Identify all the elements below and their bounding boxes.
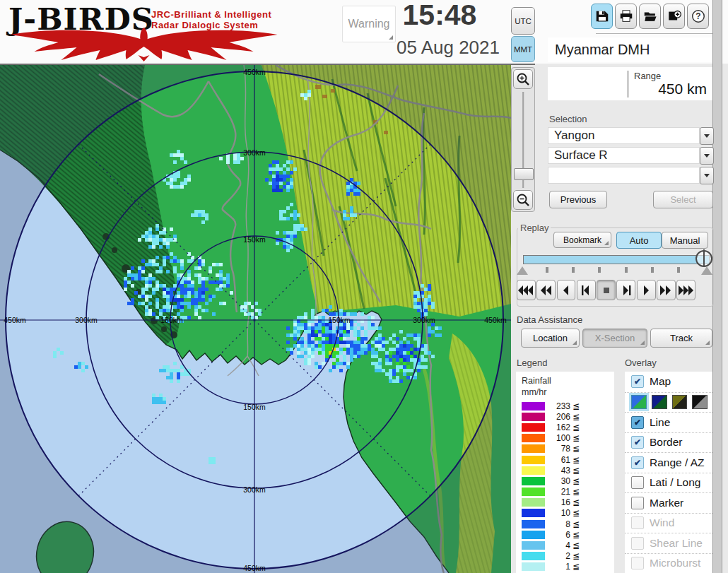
legend-row: 30≦ bbox=[516, 475, 614, 486]
range-ring-label: 450km bbox=[243, 564, 266, 572]
checkbox-icon[interactable]: ✔ bbox=[631, 436, 644, 449]
checkbox-icon[interactable] bbox=[631, 537, 644, 550]
legend-value: 100 bbox=[545, 433, 570, 443]
legend-row: 162≦ bbox=[516, 422, 614, 432]
slider-tick bbox=[625, 267, 628, 273]
legend-value: 206 bbox=[545, 412, 570, 422]
replay-slider-track[interactable] bbox=[523, 255, 710, 264]
legend-value: 16 bbox=[545, 497, 570, 507]
fast-forward-triple-icon[interactable] bbox=[676, 280, 695, 300]
skip-to-end-icon[interactable] bbox=[616, 280, 635, 300]
track-button[interactable]: Track bbox=[650, 329, 712, 348]
range-divider bbox=[628, 71, 628, 98]
legend-leq-symbol: ≦ bbox=[573, 476, 580, 486]
legend-value: 4 bbox=[545, 540, 570, 550]
fast-rewind-icon[interactable] bbox=[536, 280, 556, 300]
save-icon[interactable] bbox=[591, 4, 613, 29]
fast-rewind-triple-icon[interactable] bbox=[517, 280, 536, 300]
location-button[interactable]: Location bbox=[521, 329, 580, 348]
j-birds-app: J-BIRDS JRC-Brilliant & Intelligent Rada… bbox=[0, 0, 728, 573]
overlay-item-shear-line[interactable]: Shear Line bbox=[625, 533, 712, 553]
site-select[interactable]: Yangon bbox=[548, 127, 700, 144]
skip-to-start-icon[interactable] bbox=[577, 280, 596, 300]
replay-slider-start-marker[interactable] bbox=[517, 266, 528, 275]
extra-select-arrow-icon[interactable] bbox=[700, 167, 714, 184]
previous-button[interactable]: Previous bbox=[549, 191, 607, 208]
open-file-icon[interactable] bbox=[639, 4, 661, 29]
radar-map[interactable]: 450km300km150km150km300km450km450km300km… bbox=[0, 65, 511, 573]
range-ring-label: 300km bbox=[413, 316, 435, 324]
fast-forward-icon[interactable] bbox=[657, 280, 676, 300]
overlay-item-map[interactable]: ✔Map bbox=[625, 372, 712, 392]
auto-mode-button[interactable]: Auto bbox=[616, 232, 662, 249]
checkbox-icon[interactable] bbox=[631, 497, 644, 509]
overlay-item-border[interactable]: ✔Border bbox=[625, 432, 712, 453]
overlay-item-marker[interactable]: Marker bbox=[625, 492, 712, 513]
overlay-item-label: Microburst bbox=[650, 557, 700, 569]
capture-icon[interactable] bbox=[663, 4, 685, 29]
product-select[interactable]: Surface R bbox=[548, 147, 700, 164]
zoom-slider-thumb[interactable] bbox=[514, 168, 534, 180]
legend-leq-symbol: ≦ bbox=[573, 466, 580, 475]
play-icon[interactable] bbox=[637, 280, 656, 300]
legend-row: 16≦ bbox=[516, 497, 614, 508]
checkbox-icon[interactable] bbox=[631, 476, 644, 489]
map-style-terrain[interactable] bbox=[631, 395, 647, 409]
range-value: 450 km bbox=[658, 81, 707, 98]
stop-icon[interactable] bbox=[597, 280, 616, 300]
legend-unit: mm/hr bbox=[522, 387, 546, 397]
slider-tick bbox=[651, 267, 654, 273]
range-ring-label: 300km bbox=[75, 316, 98, 324]
legend-color-swatch bbox=[522, 456, 545, 464]
slider-tick bbox=[572, 267, 575, 273]
overlay-item-range-az[interactable]: ✔Range / AZ bbox=[625, 452, 712, 473]
legend-color-swatch bbox=[522, 434, 545, 442]
checkbox-icon[interactable]: ✔ bbox=[631, 375, 644, 388]
legend-title: Legend bbox=[517, 358, 547, 368]
timezone-mmt-button[interactable]: MMT bbox=[511, 36, 535, 62]
map-zoom-control bbox=[511, 67, 535, 212]
manual-mode-button[interactable]: Manual bbox=[662, 232, 708, 249]
extra-select[interactable] bbox=[548, 167, 700, 184]
overlay-item-lati-long[interactable]: Lati / Long bbox=[625, 473, 712, 493]
range-label: Range bbox=[634, 71, 661, 81]
bookmark-button[interactable]: Bookmark bbox=[553, 232, 611, 248]
legend-leq-symbol: ≦ bbox=[573, 497, 580, 507]
timezone-utc-button[interactable]: UTC bbox=[511, 7, 535, 35]
legend-row: 21≦ bbox=[516, 487, 614, 497]
legend-value: 6 bbox=[545, 530, 570, 540]
step-back-icon[interactable] bbox=[557, 280, 576, 300]
site-select-arrow-icon[interactable] bbox=[700, 127, 714, 145]
panel-splitter[interactable] bbox=[712, 0, 722, 573]
range-display: Range 450 km bbox=[548, 67, 712, 100]
overlay-item-line[interactable]: ✔Line bbox=[625, 412, 712, 432]
select-button[interactable]: Select bbox=[653, 191, 713, 208]
checkbox-icon[interactable]: ✔ bbox=[631, 456, 644, 469]
map-style-dark-terrain[interactable] bbox=[652, 395, 667, 409]
overlay-item-wind[interactable]: Wind bbox=[625, 513, 712, 533]
map-style-grayscale[interactable] bbox=[692, 395, 708, 409]
map-style-olive[interactable] bbox=[672, 395, 688, 409]
legend-value: 8 bbox=[545, 519, 570, 529]
print-icon[interactable] bbox=[615, 4, 637, 29]
data-assistance-buttons: LocationX-SectionTrack bbox=[521, 329, 712, 348]
product-select-arrow-icon[interactable] bbox=[700, 147, 714, 165]
replay-label: Replay bbox=[518, 223, 551, 233]
legend-color-swatch bbox=[522, 498, 545, 507]
checkbox-icon[interactable] bbox=[631, 516, 644, 529]
replay-slider-end-marker[interactable] bbox=[701, 266, 712, 275]
replay-slider-thumb[interactable] bbox=[695, 250, 712, 267]
legend-value: 162 bbox=[545, 423, 570, 432]
legend-row: 233≦ bbox=[516, 401, 614, 411]
help-icon[interactable]: ? bbox=[687, 4, 709, 29]
legend-color-swatch bbox=[522, 444, 545, 453]
zoom-in-icon[interactable] bbox=[513, 69, 533, 89]
zoom-out-icon[interactable] bbox=[513, 190, 533, 210]
checkbox-icon[interactable]: ✔ bbox=[631, 416, 644, 429]
x-section-button[interactable]: X-Section bbox=[582, 329, 647, 348]
legend-leq-symbol: ≦ bbox=[573, 423, 580, 432]
overlay-item-microburst[interactable]: Microburst bbox=[625, 553, 712, 573]
checkbox-icon[interactable] bbox=[631, 557, 644, 569]
legend-color-swatch bbox=[522, 562, 545, 571]
clock-date: 05 Aug 2021 bbox=[387, 37, 509, 59]
